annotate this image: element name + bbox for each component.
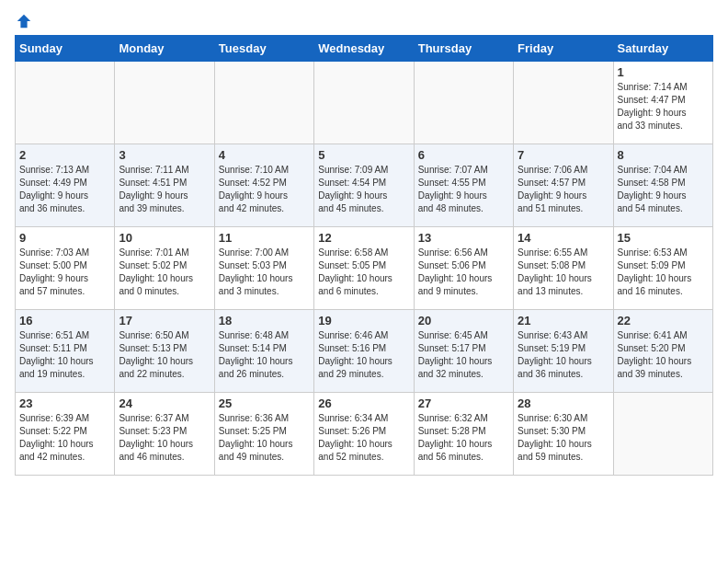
calendar-week-row: 16Sunrise: 6:51 AM Sunset: 5:11 PM Dayli… <box>16 310 713 393</box>
day-info: Sunrise: 6:53 AM Sunset: 5:09 PM Dayligh… <box>618 247 709 298</box>
day-info: Sunrise: 7:13 AM Sunset: 4:49 PM Dayligh… <box>19 164 110 215</box>
day-number: 3 <box>119 148 210 162</box>
day-info: Sunrise: 6:43 AM Sunset: 5:19 PM Dayligh… <box>518 329 609 381</box>
calendar-cell: 11Sunrise: 7:00 AM Sunset: 5:03 PM Dayli… <box>214 227 313 310</box>
day-number: 12 <box>318 231 409 245</box>
logo <box>15 15 32 26</box>
calendar-cell: 19Sunrise: 6:46 AM Sunset: 5:16 PM Dayli… <box>314 310 414 393</box>
day-info: Sunrise: 7:09 AM Sunset: 4:54 PM Dayligh… <box>318 164 409 215</box>
weekday-header-thursday: Thursday <box>414 36 513 62</box>
day-info: Sunrise: 7:00 AM Sunset: 5:03 PM Dayligh… <box>219 247 310 298</box>
weekday-header-saturday: Saturday <box>613 36 712 62</box>
svg-marker-0 <box>17 15 30 28</box>
calendar-cell: 28Sunrise: 6:30 AM Sunset: 5:30 PM Dayli… <box>514 393 613 476</box>
calendar-cell: 5Sunrise: 7:09 AM Sunset: 4:54 PM Daylig… <box>314 144 414 227</box>
calendar-cell: 4Sunrise: 7:10 AM Sunset: 4:52 PM Daylig… <box>214 144 313 227</box>
calendar-week-row: 9Sunrise: 7:03 AM Sunset: 5:00 PM Daylig… <box>16 227 713 310</box>
calendar-cell: 20Sunrise: 6:45 AM Sunset: 5:17 PM Dayli… <box>414 310 513 393</box>
day-info: Sunrise: 6:37 AM Sunset: 5:23 PM Dayligh… <box>119 412 210 464</box>
day-info: Sunrise: 6:58 AM Sunset: 5:05 PM Dayligh… <box>318 247 409 298</box>
calendar-cell: 23Sunrise: 6:39 AM Sunset: 5:22 PM Dayli… <box>16 393 115 476</box>
calendar-cell: 21Sunrise: 6:43 AM Sunset: 5:19 PM Dayli… <box>514 310 613 393</box>
day-info: Sunrise: 6:36 AM Sunset: 5:25 PM Dayligh… <box>219 412 310 464</box>
weekday-header-friday: Friday <box>514 36 613 62</box>
calendar-cell: 8Sunrise: 7:04 AM Sunset: 4:58 PM Daylig… <box>613 144 712 227</box>
day-number: 4 <box>219 148 310 162</box>
day-info: Sunrise: 6:51 AM Sunset: 5:11 PM Dayligh… <box>19 329 110 381</box>
day-number: 1 <box>618 65 709 79</box>
weekday-header-row: SundayMondayTuesdayWednesdayThursdayFrid… <box>16 36 713 62</box>
day-info: Sunrise: 6:41 AM Sunset: 5:20 PM Dayligh… <box>618 329 709 381</box>
day-info: Sunrise: 6:39 AM Sunset: 5:22 PM Dayligh… <box>19 412 110 464</box>
calendar-cell: 3Sunrise: 7:11 AM Sunset: 4:51 PM Daylig… <box>115 144 214 227</box>
calendar-cell: 12Sunrise: 6:58 AM Sunset: 5:05 PM Dayli… <box>314 227 414 310</box>
calendar-cell: 22Sunrise: 6:41 AM Sunset: 5:20 PM Dayli… <box>613 310 712 393</box>
weekday-header-tuesday: Tuesday <box>214 36 313 62</box>
calendar-cell <box>314 62 414 144</box>
calendar-cell <box>115 62 214 144</box>
day-number: 23 <box>19 396 110 410</box>
day-number: 20 <box>418 314 509 327</box>
calendar-cell <box>214 62 313 144</box>
logo-icon <box>16 13 32 29</box>
calendar-cell: 10Sunrise: 7:01 AM Sunset: 5:02 PM Dayli… <box>115 227 214 310</box>
calendar-cell: 15Sunrise: 6:53 AM Sunset: 5:09 PM Dayli… <box>613 227 712 310</box>
calendar-cell: 1Sunrise: 7:14 AM Sunset: 4:47 PM Daylig… <box>613 62 712 144</box>
day-number: 25 <box>219 396 310 410</box>
calendar-week-row: 1Sunrise: 7:14 AM Sunset: 4:47 PM Daylig… <box>16 62 713 144</box>
day-info: Sunrise: 6:32 AM Sunset: 5:28 PM Dayligh… <box>418 412 509 464</box>
day-number: 10 <box>119 231 210 245</box>
day-number: 26 <box>318 396 409 410</box>
calendar-cell: 25Sunrise: 6:36 AM Sunset: 5:25 PM Dayli… <box>214 393 313 476</box>
day-info: Sunrise: 6:56 AM Sunset: 5:06 PM Dayligh… <box>418 247 509 298</box>
calendar-cell: 26Sunrise: 6:34 AM Sunset: 5:26 PM Dayli… <box>314 393 414 476</box>
calendar-cell <box>613 393 712 476</box>
calendar-cell: 14Sunrise: 6:55 AM Sunset: 5:08 PM Dayli… <box>514 227 613 310</box>
calendar-cell: 18Sunrise: 6:48 AM Sunset: 5:14 PM Dayli… <box>214 310 313 393</box>
calendar-cell: 2Sunrise: 7:13 AM Sunset: 4:49 PM Daylig… <box>16 144 115 227</box>
day-number: 22 <box>618 314 709 327</box>
day-number: 11 <box>219 231 310 245</box>
calendar-cell: 13Sunrise: 6:56 AM Sunset: 5:06 PM Dayli… <box>414 227 513 310</box>
day-number: 9 <box>19 231 110 245</box>
weekday-header-monday: Monday <box>115 36 214 62</box>
calendar-table: SundayMondayTuesdayWednesdayThursdayFrid… <box>15 35 713 476</box>
weekday-header-sunday: Sunday <box>16 36 115 62</box>
day-number: 16 <box>19 314 110 327</box>
day-info: Sunrise: 7:01 AM Sunset: 5:02 PM Dayligh… <box>119 247 210 298</box>
day-info: Sunrise: 6:30 AM Sunset: 5:30 PM Dayligh… <box>518 412 609 464</box>
day-info: Sunrise: 7:03 AM Sunset: 5:00 PM Dayligh… <box>19 247 110 298</box>
weekday-header-wednesday: Wednesday <box>314 36 414 62</box>
day-number: 18 <box>219 314 310 327</box>
day-info: Sunrise: 7:04 AM Sunset: 4:58 PM Dayligh… <box>618 164 709 215</box>
day-number: 8 <box>618 148 709 162</box>
day-info: Sunrise: 7:14 AM Sunset: 4:47 PM Dayligh… <box>618 81 709 132</box>
day-number: 28 <box>518 396 609 410</box>
calendar-cell: 24Sunrise: 6:37 AM Sunset: 5:23 PM Dayli… <box>115 393 214 476</box>
day-info: Sunrise: 6:34 AM Sunset: 5:26 PM Dayligh… <box>318 412 409 464</box>
day-info: Sunrise: 7:10 AM Sunset: 4:52 PM Dayligh… <box>219 164 310 215</box>
calendar-cell: 6Sunrise: 7:07 AM Sunset: 4:55 PM Daylig… <box>414 144 513 227</box>
day-number: 5 <box>318 148 409 162</box>
calendar-week-row: 2Sunrise: 7:13 AM Sunset: 4:49 PM Daylig… <box>16 144 713 227</box>
calendar-cell <box>16 62 115 144</box>
day-info: Sunrise: 7:07 AM Sunset: 4:55 PM Dayligh… <box>418 164 509 215</box>
day-info: Sunrise: 6:50 AM Sunset: 5:13 PM Dayligh… <box>119 329 210 381</box>
calendar-cell: 9Sunrise: 7:03 AM Sunset: 5:00 PM Daylig… <box>16 227 115 310</box>
day-info: Sunrise: 7:06 AM Sunset: 4:57 PM Dayligh… <box>518 164 609 215</box>
calendar-week-row: 23Sunrise: 6:39 AM Sunset: 5:22 PM Dayli… <box>16 393 713 476</box>
day-info: Sunrise: 6:55 AM Sunset: 5:08 PM Dayligh… <box>518 247 609 298</box>
page-header <box>15 15 713 26</box>
day-number: 15 <box>618 231 709 245</box>
day-number: 24 <box>119 396 210 410</box>
day-number: 14 <box>518 231 609 245</box>
calendar-cell <box>514 62 613 144</box>
calendar-cell <box>414 62 513 144</box>
day-number: 6 <box>418 148 509 162</box>
day-number: 2 <box>19 148 110 162</box>
calendar-cell: 17Sunrise: 6:50 AM Sunset: 5:13 PM Dayli… <box>115 310 214 393</box>
day-number: 13 <box>418 231 509 245</box>
calendar-cell: 27Sunrise: 6:32 AM Sunset: 5:28 PM Dayli… <box>414 393 513 476</box>
day-number: 17 <box>119 314 210 327</box>
day-number: 7 <box>518 148 609 162</box>
